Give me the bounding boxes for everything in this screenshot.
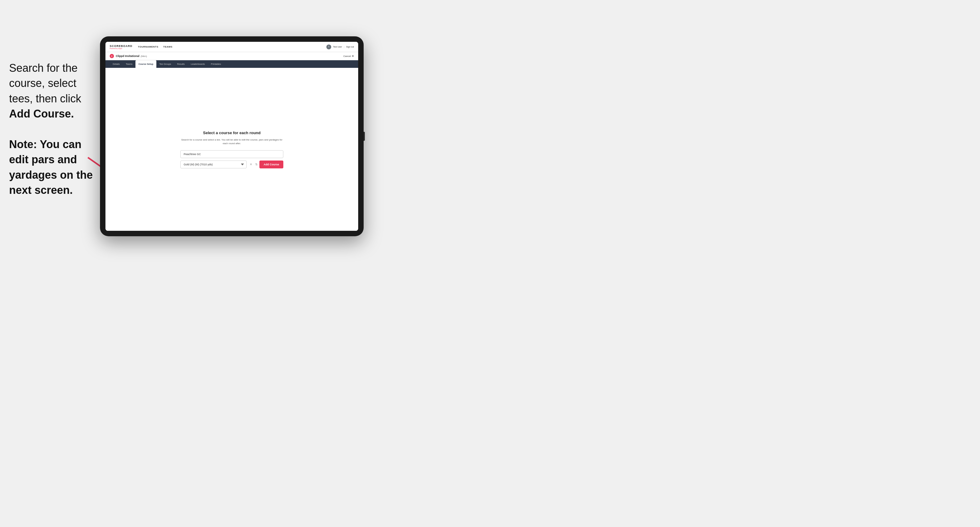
annotation-note-line4: next screen. (9, 184, 73, 196)
annotation-note-label: Note: You can (9, 138, 81, 151)
tab-course-setup[interactable]: Course Setup (135, 60, 156, 68)
cancel-button[interactable]: Cancel✕ (343, 55, 354, 57)
tee-clear-button[interactable]: ✕ (248, 163, 253, 166)
tab-leaderboards[interactable]: Leaderboards (188, 60, 208, 68)
tab-teams[interactable]: Teams (123, 60, 135, 68)
user-avatar: T (326, 44, 331, 49)
tab-details[interactable]: Details (110, 60, 123, 68)
tab-results[interactable]: Results (174, 60, 188, 68)
nav-teams[interactable]: TEAMS (163, 45, 173, 49)
user-name: Test User (333, 46, 342, 48)
top-nav: SCOREBOARD Powered by clippd TOURNAMENTS… (105, 42, 358, 52)
sign-out-link[interactable]: Sign out (346, 46, 354, 48)
course-setup-panel: Select a course for each round Search fo… (180, 130, 283, 168)
tournament-bar: C Clippd Invitational (Men) Cancel✕ (105, 52, 358, 60)
nav-links: TOURNAMENTS TEAMS (138, 45, 326, 49)
annotation-line2: course, select (9, 77, 76, 89)
logo-subtitle: Powered by clippd (110, 48, 132, 49)
tournament-icon: C (110, 54, 114, 58)
nav-tournaments[interactable]: TOURNAMENTS (138, 45, 159, 49)
annotation-text: Search for the course, select tees, then… (9, 60, 97, 198)
tournament-gender: (Men) (141, 55, 147, 57)
tab-tee-groups[interactable]: Tee Groups (156, 60, 174, 68)
main-content: Select a course for each round Search fo… (105, 68, 358, 231)
user-area: T Test User | Sign out (326, 44, 354, 49)
panel-title: Select a course for each round (180, 130, 283, 135)
annotation-note-line3: yardages on the (9, 169, 93, 181)
add-course-button[interactable]: Add Course (259, 160, 283, 168)
side-button (364, 132, 365, 141)
tablet-screen: SCOREBOARD Powered by clippd TOURNAMENTS… (105, 42, 358, 231)
nav-divider: | (344, 46, 344, 48)
panel-description: Search for a course and select a tee. Yo… (180, 138, 283, 145)
tee-selector-row: Gold (M) (M) (7010 yds) ✕ ⇅ Add Course (180, 160, 283, 168)
tee-select[interactable]: Gold (M) (M) (7010 yds) (180, 160, 247, 168)
annotation-line4-bold: Add Course. (9, 108, 74, 120)
tournament-name: Clippd Invitational (116, 54, 139, 57)
logo-area: SCOREBOARD Powered by clippd (110, 44, 132, 49)
tab-printables[interactable]: Printables (208, 60, 224, 68)
tab-nav: Details Teams Course Setup Tee Groups Re… (105, 60, 358, 68)
annotation-line1: Search for the (9, 62, 78, 74)
annotation-note-line2: edit pars and (9, 153, 77, 166)
course-search-input[interactable] (180, 150, 283, 158)
logo-title: SCOREBOARD (110, 44, 132, 48)
annotation-line3: tees, then click (9, 92, 81, 105)
tee-arrows: ⇅ (255, 163, 258, 166)
tablet-frame: SCOREBOARD Powered by clippd TOURNAMENTS… (100, 37, 364, 236)
